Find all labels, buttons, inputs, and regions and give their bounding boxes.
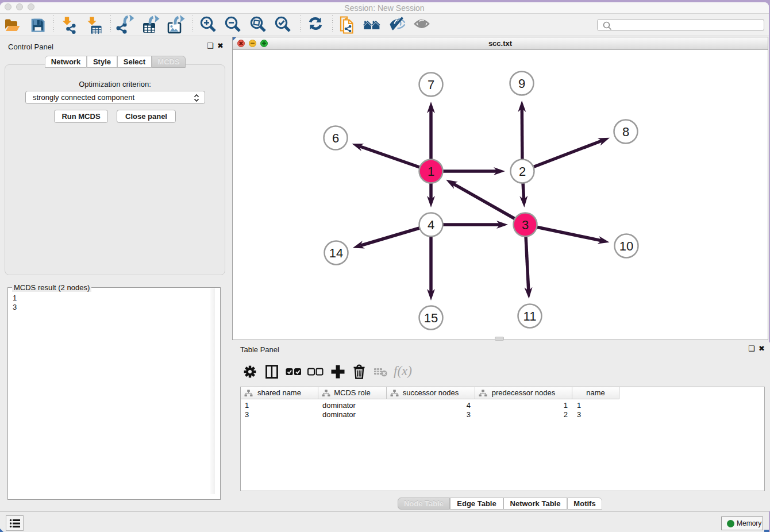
svg-text:14: 14 [329, 246, 343, 260]
svg-text:2: 2 [519, 164, 526, 179]
svg-text:7: 7 [428, 78, 434, 92]
svg-text:6: 6 [332, 131, 339, 145]
svg-text:15: 15 [424, 311, 438, 325]
svg-text:11: 11 [523, 309, 537, 323]
svg-text:3: 3 [522, 218, 529, 232]
svg-text:4: 4 [428, 218, 434, 232]
svg-text:10: 10 [619, 239, 633, 253]
svg-text:9: 9 [518, 76, 525, 91]
svg-text:1: 1 [428, 164, 434, 179]
svg-text:8: 8 [622, 125, 629, 139]
